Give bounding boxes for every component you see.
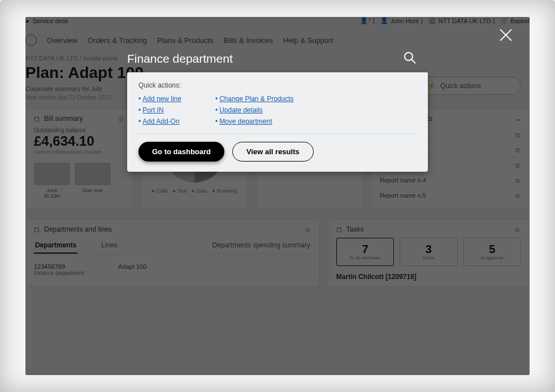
modal-title: Finance department [127, 52, 233, 66]
view-all-results-button[interactable]: View all results [232, 142, 314, 162]
link-add-new-line[interactable]: Add new line [138, 95, 181, 103]
svg-line-1 [411, 59, 415, 63]
go-to-dashboard-button[interactable]: Go to dashboard [138, 142, 224, 162]
quick-actions-label: Quick actions: [138, 81, 417, 89]
svg-point-0 [405, 53, 413, 60]
link-port-in[interactable]: Port IN [138, 106, 181, 114]
link-update-details[interactable]: Update details [215, 106, 294, 114]
link-change-plan[interactable]: Change Plan & Products [215, 95, 294, 103]
link-move-department[interactable]: Move department [215, 117, 294, 125]
modal-overlay: Finance department Quick actions: Add ne… [25, 17, 530, 375]
link-add-addon[interactable]: Add Add-On [138, 117, 181, 125]
close-icon[interactable] [498, 27, 514, 43]
search-icon[interactable] [403, 51, 417, 64]
quick-actions-modal: Quick actions: Add new line Port IN Add … [127, 72, 428, 172]
